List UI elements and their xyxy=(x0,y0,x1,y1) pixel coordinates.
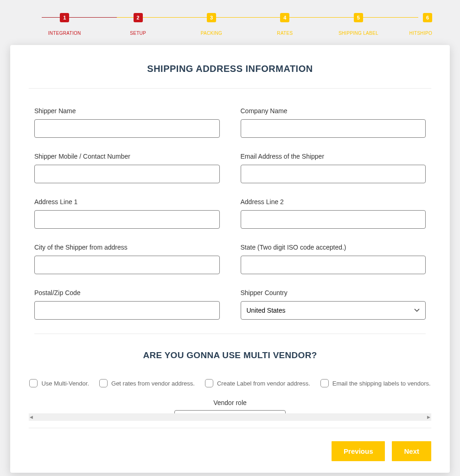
step-badge-2: 2 xyxy=(134,13,143,22)
cb-label-2: Get rates from vendor address. xyxy=(111,380,195,387)
checkbox-icon xyxy=(99,379,108,387)
cb-label-1: Use Multi-Vendor. xyxy=(41,380,89,387)
step-label-3: PACKING xyxy=(201,31,222,36)
card-hr xyxy=(29,88,431,89)
step-packing[interactable]: 3 PACKING xyxy=(175,13,248,36)
field-city: City of the Shipper from address xyxy=(34,244,220,274)
scroll-area[interactable]: Shipper Name Company Name Shipper Mobile… xyxy=(29,98,431,413)
cb-label-4: Email the shipping labels to vendors. xyxy=(332,380,431,387)
vendor-role-label: Vendor role xyxy=(213,399,247,406)
label-shipper-mobile: Shipper Mobile / Contact Number xyxy=(34,153,220,160)
step-badge-5: 5 xyxy=(354,13,363,22)
step-badge-3: 3 xyxy=(207,13,216,22)
label-country: Shipper Country xyxy=(241,289,426,296)
step-integration[interactable]: 1 INTEGRATION xyxy=(28,13,101,36)
step-shipping-label[interactable]: 5 SHIPPING LABEL xyxy=(322,13,395,36)
previous-button[interactable]: Previous xyxy=(332,441,385,461)
field-postal: Postal/Zip Code xyxy=(34,289,220,320)
select-country-value: United States xyxy=(247,307,286,314)
checkbox-icon xyxy=(320,379,329,387)
label-address1: Address Line 1 xyxy=(34,198,220,206)
step-label-4: RATES xyxy=(277,31,293,36)
field-company-name: Company Name xyxy=(241,107,426,138)
card-title: SHIPPING ADDRESS INFORMATION xyxy=(29,64,431,74)
input-email[interactable] xyxy=(241,165,426,183)
input-state[interactable] xyxy=(241,256,426,274)
checkbox-icon xyxy=(29,379,38,387)
section-hr xyxy=(34,334,426,334)
step-badge-6: 6 xyxy=(423,13,432,22)
chevron-down-icon xyxy=(414,307,420,314)
field-shipper-name: Shipper Name xyxy=(34,107,220,138)
stepper: 1 INTEGRATION 2 SETUP 3 PACKING 4 RATES … xyxy=(0,0,460,45)
field-country: Shipper Country United States xyxy=(241,289,426,320)
scroll-left-icon: ◀ xyxy=(30,415,33,419)
select-vendor-role[interactable]: Administrator xyxy=(174,410,286,413)
select-country[interactable]: United States xyxy=(241,301,426,320)
step-hitshipo[interactable]: 6 HITSHIPO xyxy=(395,13,432,36)
input-address2[interactable] xyxy=(241,210,426,229)
field-address2: Address Line 2 xyxy=(241,198,426,229)
cb-label-3: Create Label from vendor address. xyxy=(217,380,310,387)
cb-email-labels[interactable]: Email the shipping labels to vendors. xyxy=(320,379,431,387)
step-label-5: SHIPPING LABEL xyxy=(339,31,378,36)
scroll-right-icon: ▶ xyxy=(427,415,430,419)
step-label-2: SETUP xyxy=(130,31,146,36)
step-label-6: HITSHIPO xyxy=(409,31,432,36)
label-shipper-name: Shipper Name xyxy=(34,107,220,115)
field-state: State (Two digit ISO code accepted.) xyxy=(241,244,426,274)
step-badge-1: 1 xyxy=(60,13,69,22)
checkbox-row: Use Multi-Vendor. Get rates from vendor … xyxy=(29,379,431,387)
input-company-name[interactable] xyxy=(241,119,426,138)
input-shipper-name[interactable] xyxy=(34,119,220,138)
label-email: Email Address of the Shipper xyxy=(241,153,426,160)
next-button[interactable]: Next xyxy=(392,441,431,461)
mv-title: ARE YOU GONNA USE MULTI VENDOR? xyxy=(29,350,431,360)
checkbox-icon xyxy=(205,379,213,387)
horizontal-scrollbar[interactable]: ◀ ▶ xyxy=(29,413,431,421)
cb-use-multivendor[interactable]: Use Multi-Vendor. xyxy=(29,379,89,387)
label-postal: Postal/Zip Code xyxy=(34,289,220,296)
label-city: City of the Shipper from address xyxy=(34,244,220,251)
input-shipper-mobile[interactable] xyxy=(34,165,220,183)
step-rates[interactable]: 4 RATES xyxy=(248,13,321,36)
field-shipper-mobile: Shipper Mobile / Contact Number xyxy=(34,153,220,183)
form-grid: Shipper Name Company Name Shipper Mobile… xyxy=(29,98,431,320)
step-badge-4: 4 xyxy=(280,13,289,22)
button-row: Previous Next xyxy=(29,441,431,461)
label-state: State (Two digit ISO code accepted.) xyxy=(241,244,426,251)
label-address2: Address Line 2 xyxy=(241,198,426,206)
step-label-1: INTEGRATION xyxy=(48,31,81,36)
input-city[interactable] xyxy=(34,256,220,274)
cb-create-label[interactable]: Create Label from vendor address. xyxy=(205,379,310,387)
card: SHIPPING ADDRESS INFORMATION Shipper Nam… xyxy=(10,45,450,473)
bottom-hr xyxy=(29,428,431,428)
field-address1: Address Line 1 xyxy=(34,198,220,229)
cb-get-rates[interactable]: Get rates from vendor address. xyxy=(99,379,195,387)
step-setup[interactable]: 2 SETUP xyxy=(101,13,174,36)
vendor-role-wrap: Vendor role Administrator To this role u… xyxy=(29,399,431,413)
input-postal[interactable] xyxy=(34,301,220,320)
input-address1[interactable] xyxy=(34,210,220,229)
label-company-name: Company Name xyxy=(241,107,426,115)
field-email: Email Address of the Shipper xyxy=(241,153,426,183)
